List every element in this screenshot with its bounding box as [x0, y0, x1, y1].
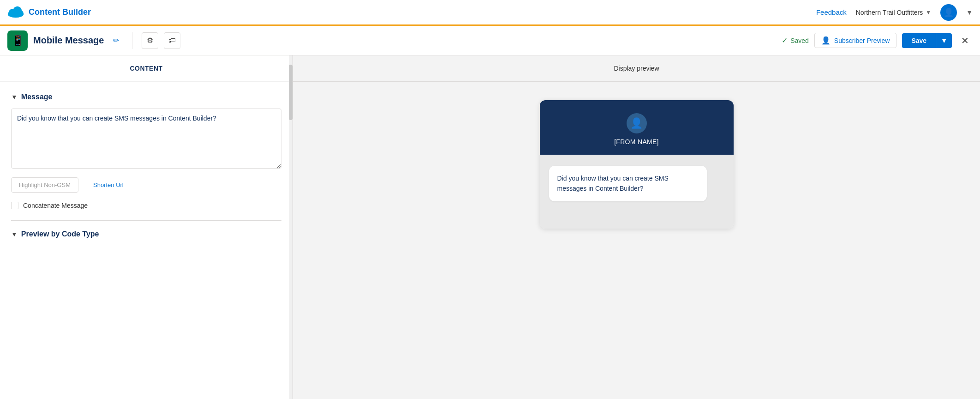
preview-message-bubble: Did you know that you can create SMS mes…: [549, 166, 707, 201]
left-panel-header: CONTENT: [0, 55, 293, 82]
checkmark-icon: ✓: [782, 36, 788, 45]
toolbar-divider: [132, 32, 132, 49]
org-chevron-icon: ▼: [926, 9, 931, 16]
saved-label: Saved: [790, 37, 809, 44]
org-name-label: Northern Trail Outfitters: [856, 9, 923, 16]
save-button[interactable]: Save: [902, 33, 936, 48]
preview-from-name: [FROM NAME]: [614, 138, 659, 145]
mobile-icon: 📱: [12, 35, 24, 47]
nav-dropdown-icon[interactable]: ▼: [966, 9, 973, 16]
subscriber-icon: 👤: [821, 36, 831, 45]
feedback-link[interactable]: Feedback: [816, 8, 847, 16]
tag-icon: 🏷: [168, 36, 176, 45]
message-section-chevron-icon: ▼: [11, 93, 18, 101]
display-preview-label: Display preview: [614, 65, 659, 72]
right-panel: Display preview 👤 [FROM NAME] Did you kn…: [293, 55, 980, 399]
scroll-indicator: [289, 55, 293, 399]
edit-title-button[interactable]: ✏: [109, 34, 123, 47]
save-dropdown-chevron-icon: ▼: [941, 37, 947, 44]
highlight-non-gsm-button[interactable]: Highlight Non-GSM: [11, 177, 78, 193]
save-dropdown-button[interactable]: ▼: [936, 33, 952, 48]
preview-avatar-icon: 👤: [630, 117, 643, 129]
left-panel: CONTENT ▼ Message Highlight Non-GSM Shor…: [0, 55, 293, 399]
close-button[interactable]: ✕: [957, 33, 973, 48]
app-logo[interactable]: Content Builder: [7, 4, 91, 21]
preview-avatar: 👤: [627, 113, 647, 133]
tag-button[interactable]: 🏷: [164, 32, 180, 49]
shorten-url-button[interactable]: Shorten Url: [86, 178, 131, 192]
section-divider: [11, 220, 281, 221]
preview-code-type-section-header[interactable]: ▼ Preview by Code Type: [11, 230, 281, 238]
preview-message-header: 👤 [FROM NAME]: [540, 100, 734, 155]
preview-message-area: Did you know that you can create SMS mes…: [540, 155, 734, 229]
concatenate-row: Concatenate Message: [11, 202, 281, 209]
pencil-icon: ✏: [113, 36, 119, 44]
message-section-title: Message: [21, 93, 53, 101]
avatar[interactable]: 👤: [940, 4, 957, 21]
salesforce-logo-icon: [7, 4, 24, 21]
saved-indicator: ✓ Saved: [782, 36, 809, 45]
top-nav: Content Builder Feedback Northern Trail …: [0, 0, 980, 26]
preview-message-text: Did you know that you can create SMS mes…: [557, 175, 669, 192]
org-selector[interactable]: Northern Trail Outfitters ▼: [856, 9, 931, 16]
settings-button[interactable]: ⚙: [142, 32, 158, 49]
scroll-thumb[interactable]: [289, 65, 293, 120]
message-textarea[interactable]: [11, 109, 281, 169]
app-name-label: Content Builder: [29, 7, 91, 17]
subscriber-preview-label: Subscriber Preview: [834, 37, 890, 44]
preview-section-chevron-icon: ▼: [11, 230, 18, 238]
phone-preview-container: 👤 [FROM NAME] Did you know that you can …: [540, 100, 734, 229]
subscriber-preview-button[interactable]: 👤 Subscriber Preview: [814, 33, 897, 48]
display-preview-header: Display preview: [293, 55, 980, 82]
message-section-header[interactable]: ▼ Message: [11, 93, 281, 101]
concatenate-checkbox[interactable]: [11, 202, 18, 209]
textarea-actions: Highlight Non-GSM Shorten Url: [11, 177, 281, 193]
mobile-message-icon-box: 📱: [7, 30, 28, 51]
avatar-icon: 👤: [944, 7, 954, 18]
content-section-label: CONTENT: [130, 65, 162, 72]
close-icon: ✕: [961, 36, 969, 46]
top-nav-actions: Feedback Northern Trail Outfitters ▼ 👤 ▼: [816, 4, 973, 21]
concatenate-label: Concatenate Message: [23, 202, 88, 209]
content-area: CONTENT ▼ Message Highlight Non-GSM Shor…: [0, 55, 980, 399]
preview-section-title: Preview by Code Type: [21, 230, 99, 238]
left-panel-body: ▼ Message Highlight Non-GSM Shorten Url …: [0, 82, 293, 399]
gear-icon: ⚙: [147, 36, 153, 45]
save-button-group: Save ▼: [902, 33, 952, 48]
svg-point-3: [18, 10, 24, 16]
main-toolbar: 📱 Mobile Message ✏ ⚙ 🏷 ✓ Saved 👤 Subscri…: [0, 26, 980, 55]
page-title: Mobile Message: [33, 35, 104, 46]
